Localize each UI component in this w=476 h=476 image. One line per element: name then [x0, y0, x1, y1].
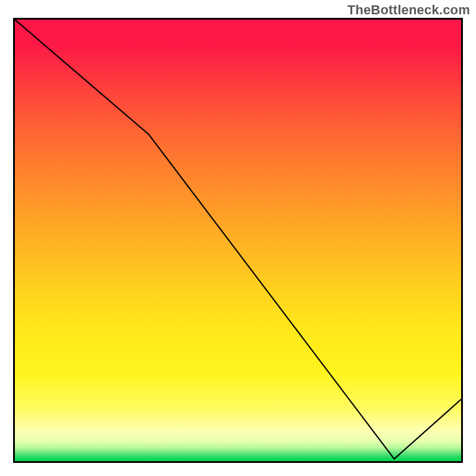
curve-line — [15, 20, 461, 459]
plot-area — [13, 18, 463, 463]
attribution-text: TheBottleneck.com — [347, 2, 470, 18]
curve-svg — [15, 20, 461, 461]
chart-frame: TheBottleneck.com — [0, 0, 476, 476]
